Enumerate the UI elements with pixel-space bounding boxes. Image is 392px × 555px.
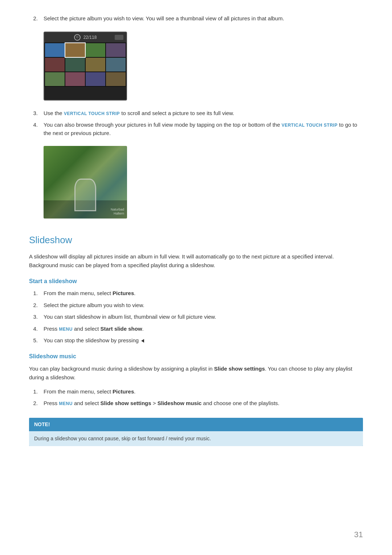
item-text: Press MENU and select Slide show setting… [44, 399, 363, 408]
music-item-2: 2. Press MENU and select Slide show sett… [29, 399, 363, 408]
music-list: 1. From the main menu, select Pictures. … [29, 388, 363, 408]
thumb-3 [86, 43, 105, 57]
thumb-10 [65, 72, 85, 86]
item-number: 5. [29, 336, 38, 345]
item-text: Select the picture album you wish to vie… [44, 301, 363, 310]
device-header: ⊙ 22/118 [44, 32, 126, 42]
vts-tag-2: VERTICAL TOUCH STRIP [282, 123, 338, 128]
pictures-bold-2: Pictures [113, 388, 134, 395]
menu-tag: MENU [59, 327, 73, 332]
numbered-item-3: 3. Use the VERTICAL TOUCH STRIP to scrol… [29, 109, 363, 118]
start-slide-show-bold: Start slide show [101, 326, 142, 332]
photo-icon: ⊙ [74, 34, 81, 41]
item-number: 2. [29, 15, 38, 23]
counter: 22/118 [83, 34, 97, 41]
pictures-bold: Pictures [113, 290, 134, 296]
start-item-3: 3. You can start slideshow in album list… [29, 313, 363, 321]
item-text: Press MENU and select Start slide show. [44, 325, 363, 333]
thumbnail-grid [44, 42, 126, 87]
thumb-6 [65, 58, 85, 72]
item-number: 4. [29, 325, 38, 333]
numbered-item-2: 2. Select the picture album you wish to … [29, 15, 363, 23]
photo-path [74, 179, 96, 211]
start-item-1: 1. From the main menu, select Pictures. [29, 289, 363, 298]
thumb-4 [106, 43, 126, 57]
numbered-item-4: 4. You can also browse through your pict… [29, 121, 363, 137]
slideshow-music-title: Slideshow music [29, 352, 363, 361]
music-item-1: 1. From the main menu, select Pictures. [29, 388, 363, 396]
item-number: 4. [29, 121, 38, 137]
full-photo: NaturbadHaltern [44, 146, 127, 219]
thumb-5 [45, 58, 65, 72]
item-number: 1. [29, 289, 38, 298]
item-number: 1. [29, 388, 38, 396]
thumb-7 [86, 58, 105, 72]
menu-tag-2: MENU [59, 401, 73, 406]
note-body: During a slideshow you cannot pause, ski… [29, 431, 363, 446]
slide-show-settings-bold: Slide show settings [214, 366, 265, 372]
slideshow-music-bold: Slideshow music [158, 400, 202, 406]
item-text: Select the picture album you wish to vie… [44, 15, 363, 23]
start-item-5: 5. You can stop the slideshow by pressin… [29, 336, 363, 345]
slideshow-music-intro: You can play background music during a s… [29, 364, 363, 382]
photo-overlay-text: NaturbadHaltern [111, 208, 124, 216]
header-rect-icon [115, 35, 123, 40]
note-box: NOTE! During a slideshow you cannot paus… [29, 418, 363, 446]
start-item-4: 4. Press MENU and select Start slide sho… [29, 325, 363, 333]
start-slideshow-list: 1. From the main menu, select Pictures. … [29, 289, 363, 345]
slideshow-title: Slideshow [29, 233, 363, 247]
slide-show-settings-bold-2: Slide show settings [101, 400, 151, 406]
item-number: 3. [29, 109, 38, 118]
device-screenshot: ⊙ 22/118 [44, 32, 127, 101]
thumb-8 [106, 58, 126, 72]
thumb-9 [45, 72, 65, 86]
thumb-2-selected [65, 43, 85, 57]
back-arrow-icon [141, 339, 144, 343]
start-slideshow-title: Start a slideshow [29, 277, 363, 286]
item-text: From the main menu, select Pictures. [44, 388, 363, 396]
item-text: You can also browse through your picture… [44, 121, 363, 137]
item-text: Use the VERTICAL TOUCH STRIP to scroll a… [44, 109, 363, 118]
item-text: From the main menu, select Pictures. [44, 289, 363, 298]
item-text: You can stop the slideshow by pressing [44, 336, 363, 345]
page-number: 31 [354, 529, 363, 540]
start-item-2: 2. Select the picture album you wish to … [29, 301, 363, 310]
item-number: 2. [29, 301, 38, 310]
item-number: 2. [29, 399, 38, 408]
thumb-12 [106, 72, 126, 86]
note-header: NOTE! [29, 418, 363, 431]
thumb-11 [86, 72, 105, 86]
item-number: 3. [29, 313, 38, 321]
item-text: You can start slideshow in album list, t… [44, 313, 363, 321]
vts-tag: VERTICAL TOUCH STRIP [64, 111, 120, 116]
thumb-1 [45, 43, 65, 57]
slideshow-intro: A slideshow will display all pictures in… [29, 252, 363, 270]
